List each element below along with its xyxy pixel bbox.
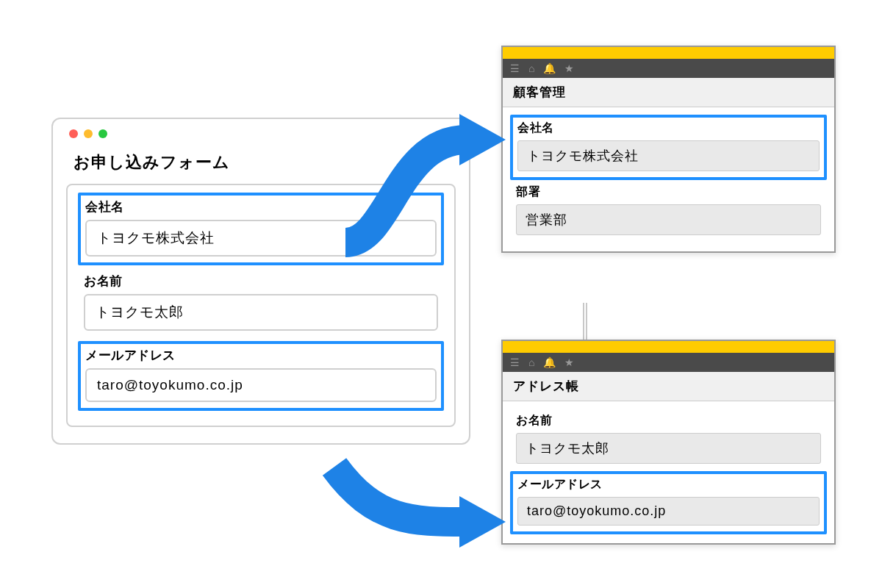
address-email-value: taro@toyokumo.co.jp [517,497,820,526]
bell-icon[interactable]: 🔔 [543,357,556,368]
address-name-value: トヨクモ太郎 [516,433,821,464]
company-input[interactable]: トヨクモ株式会社 [85,220,437,257]
customer-app-body: 会社名 トヨクモ株式会社 部署 営業部 [503,107,834,251]
form-title: お申し込みフォーム [74,151,448,173]
email-input[interactable]: taro@toyokumo.co.jp [85,368,437,402]
company-field-group: 会社名 トヨクモ株式会社 [78,193,444,265]
brand-bar [503,47,834,59]
customer-app-card: ☰ ⌂ 🔔 ★ 顧客管理 会社名 トヨクモ株式会社 部署 営業部 [501,46,836,253]
address-email-label: メールアドレス [517,477,820,492]
customer-company-label: 会社名 [517,121,820,136]
address-name-field: お名前 トヨクモ太郎 [510,409,827,471]
svg-marker-1 [459,496,506,548]
menu-icon[interactable]: ☰ [510,63,520,74]
star-icon[interactable]: ★ [564,357,574,368]
company-label: 会社名 [85,198,437,215]
customer-department-value: 営業部 [516,204,821,235]
form-body: 会社名 トヨクモ株式会社 お名前 トヨクモ太郎 メールアドレス taro@toy… [66,184,456,427]
close-icon[interactable] [69,129,78,138]
window-controls [69,129,456,138]
home-icon[interactable]: ⌂ [528,63,534,74]
customer-department-label: 部署 [516,184,821,200]
address-app-body: お名前 トヨクモ太郎 メールアドレス taro@toyokumo.co.jp [503,401,834,543]
email-label: メールアドレス [85,347,437,364]
app-title: 顧客管理 [503,78,834,107]
address-email-field: メールアドレス taro@toyokumo.co.jp [510,471,827,534]
minimize-icon[interactable] [84,129,93,138]
app-title: アドレス帳 [503,372,834,401]
name-field-group: お名前 トヨクモ太郎 [78,268,444,338]
customer-company-field: 会社名 トヨクモ株式会社 [510,115,827,180]
customer-company-value: トヨクモ株式会社 [517,140,820,171]
app-toolbar: ☰ ⌂ 🔔 ★ [503,353,834,372]
arrow-email-to-address [316,448,514,559]
address-name-label: お名前 [516,413,821,429]
app-toolbar: ☰ ⌂ 🔔 ★ [503,59,834,78]
brand-bar [503,341,834,353]
star-icon[interactable]: ★ [564,63,574,74]
home-icon[interactable]: ⌂ [528,357,534,368]
name-label: お名前 [84,273,438,290]
menu-icon[interactable]: ☰ [510,357,520,368]
address-app-card: ☰ ⌂ 🔔 ★ アドレス帳 お名前 トヨクモ太郎 メールアドレス taro@to… [501,340,836,545]
email-field-group: メールアドレス taro@toyokumo.co.jp [78,341,444,411]
application-form-window: お申し込みフォーム 会社名 トヨクモ株式会社 お名前 トヨクモ太郎 メールアドレ… [51,118,470,445]
customer-department-field: 部署 営業部 [510,180,827,243]
name-input[interactable]: トヨクモ太郎 [84,294,438,331]
bell-icon[interactable]: 🔔 [543,63,556,74]
maximize-icon[interactable] [98,129,107,138]
